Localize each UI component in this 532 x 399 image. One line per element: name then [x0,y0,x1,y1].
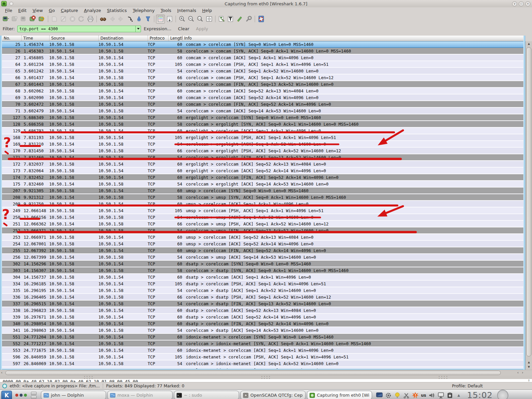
packet-row-129[interactable]: 1295.68679310.50.1.5810.50.1.54TCP60ergo… [2,128,523,134]
packet-row-597[interactable]: 59726.84606910.50.1.5410.50.1.58TCP54cor… [2,360,523,367]
expert-info-icon[interactable] [2,384,7,388]
packet-row-70[interactable]: 703.60247210.50.1.5810.50.1.54TCP60comca… [2,101,523,108]
menu-help[interactable]: Help [199,8,215,13]
zoom-100-icon[interactable]: 1:1 [196,15,204,24]
packet-row-253[interactable]: 25312.06697110.50.1.5810.50.1.54TCP60ums… [2,234,523,241]
display-settings-icon[interactable] [438,392,444,399]
menu-edit[interactable]: Edit [15,8,30,13]
panel-expand-icon[interactable]: ▲ [456,392,462,399]
profile-text[interactable]: Profile: Default [452,383,483,388]
packet-row-65[interactable]: 653.60124210.50.1.5410.50.1.58TCP54corel… [2,68,523,74]
pager-dot-red[interactable] [15,394,18,397]
packet-row-171[interactable]: 1717.83146010.50.1.5410.50.1.58TCP54core… [2,154,523,161]
packet-row-302[interactable]: 30214.15629610.50.1.5810.50.1.54TCP60dsa… [2,261,523,267]
packet-row-337[interactable]: 33716.29651510.50.1.5410.50.1.58TCP54cor… [2,301,523,307]
klipper-icon[interactable] [447,392,453,399]
clear-button[interactable]: Clear [178,26,189,31]
list-interfaces-icon[interactable] [1,15,10,24]
alert-icon[interactable]: ! [412,392,419,399]
packet-row-168[interactable]: 1687.83119310.50.1.5810.50.1.54TCP105erg… [2,134,523,141]
desktop-session-icon[interactable] [376,392,383,399]
vertical-scrollbar[interactable]: ▲ ▲ ▼ [525,41,532,370]
packet-row-336[interactable]: 33616.29640510.50.1.5410.50.1.58TCP66cor… [2,294,523,301]
task-button-moxa-dolphin[interactable]: moxa — Dolphin [107,391,173,399]
preferences-icon[interactable] [244,15,253,24]
column-header-row[interactable]: No.TimeSourceDestinationProtocoLengthInf… [2,36,523,41]
filter-dropdown-icon[interactable] [135,26,141,32]
packet-row-254[interactable]: 25412.06700110.50.1.5810.50.1.54TCP60ums… [2,241,523,247]
menu-file[interactable]: File [2,8,15,13]
zoom-out-icon[interactable] [187,15,196,24]
packet-row-26[interactable]: 261.45638310.50.1.5410.50.1.58TCP58corel… [2,48,523,55]
pane-splitter[interactable]: ∙∙∙∙∙∙∙∙ ∙∙∙∙∙∙∙∙ ∙∙∙∙∙∙∙∙ [0,376,532,379]
open-file-icon[interactable] [50,15,59,24]
close-file-icon[interactable] [68,15,77,24]
packet-row-170[interactable]: 1707.83145010.50.1.5410.50.1.58TCP66core… [2,148,523,154]
menu-tools[interactable]: Tools [158,8,174,13]
keyboard-layout-indicator[interactable]: us [421,393,426,398]
packet-row-256[interactable]: 25612.06739910.50.1.5410.50.1.58TCP54cor… [2,254,523,261]
task-button-sudo[interactable]: >_~ : sudo [174,391,239,399]
zoom-in-icon[interactable] [178,15,187,24]
capture-restart-icon[interactable] [37,15,46,24]
pager-widget[interactable] [15,394,27,397]
task-button-john-dolphin[interactable]: john — Dolphin [41,391,106,399]
packet-row-68[interactable]: 683.60206210.50.1.5810.50.1.54TCP60comca… [2,88,523,94]
reload-icon[interactable] [77,15,86,24]
menu-analyze[interactable]: Analyze [81,8,104,13]
capture-start-icon[interactable] [19,15,28,24]
packet-list[interactable]: 251.45637410.50.1.5810.50.1.54TCP60comca… [2,41,523,369]
go-back-icon[interactable] [107,15,116,24]
coloring-rules-icon[interactable] [235,15,244,24]
task-button-capturing-from-eth0-wireshark-1[interactable]: Capturing from eth0 [Wireshark 1 [307,391,372,399]
column-header-time[interactable]: Time [21,36,49,41]
pager-dot-blue[interactable] [20,394,23,397]
expression-button[interactable]: Expression... [144,26,171,31]
filter-combobox[interactable]: tcp.port == 4300 [17,26,141,32]
packet-row-69[interactable]: 693.60209010.50.1.5810.50.1.54TCP60comca… [2,94,523,101]
packet-row-209[interactable]: 2099.92175010.50.1.5810.50.1.54TCP60umsp… [2,201,523,207]
capture-stop-icon[interactable] [28,15,37,24]
packet-row-596[interactable]: 59626.84605910.50.1.5810.50.1.54TCP105id… [2,354,523,360]
packet-row-172[interactable]: 1727.83203710.50.1.5810.50.1.54TCP60ergo… [2,161,523,168]
save-as-icon[interactable] [59,15,68,24]
go-to-last-icon[interactable] [143,15,152,24]
pager-dot-green[interactable] [24,394,27,397]
capture-options-icon[interactable] [10,15,19,24]
find-packet-icon[interactable] [98,15,107,24]
packet-row-340[interactable]: 34016.29805410.50.1.5810.50.1.54TCP60dsa… [2,321,523,327]
packet-row-304[interactable]: 30414.15673710.50.1.5810.50.1.54TCP60dsa… [2,274,523,281]
capture-filter-icon[interactable] [217,15,226,24]
column-header-destination[interactable]: Destination [98,36,148,41]
packet-row-551[interactable]: 55124.77120410.50.1.5810.50.1.54TCP60ido… [2,334,523,340]
packet-row-341[interactable]: 34116.29806310.50.1.5410.50.1.58TCP54cor… [2,327,523,334]
hex-dump-pane-clipped[interactable]: 0000 00 0a 40 62 10 02 00 0a 40 62 10 01… [0,379,532,382]
column-header-no[interactable]: No. [2,36,21,41]
go-forward-icon[interactable] [116,15,125,24]
packet-row-128[interactable]: 1285.68635810.50.1.5410.50.1.58TCP58core… [2,121,523,128]
packet-row-64[interactable]: 643.60123410.50.1.5810.50.1.54TCP105comc… [2,61,523,68]
packet-row-250[interactable]: 25012.06615610.50.1.5410.50.1.58TCP54cor… [2,214,523,221]
packet-row-553[interactable]: 55324.77167510.50.1.5810.50.1.54TCP60ido… [2,347,523,354]
horizontal-scrollbar[interactable]: ‹ ‹ › [0,370,532,376]
apply-button[interactable]: Apply [196,26,208,31]
volume-icon[interactable] [429,392,435,399]
kde-menu-button[interactable]: K [1,391,12,399]
packet-row-173[interactable]: 1737.83206410.50.1.5810.50.1.54TCP60ergo… [2,168,523,174]
gear-icon[interactable] [385,392,392,399]
packet-row-169[interactable]: 1697.83121010.50.1.5410.50.1.58TCP54core… [2,141,523,148]
go-to-packet-icon[interactable] [125,15,134,24]
menu-internals[interactable]: Internals [174,8,199,13]
column-header-protoco[interactable]: Protoco [148,36,168,41]
menu-telephony[interactable]: Telephony [130,8,158,13]
packet-row-303[interactable]: 30314.15630710.50.1.5410.50.1.58TCP58cor… [2,267,523,274]
scroll-right-icon[interactable]: › [522,370,523,375]
window-titlebar[interactable]: Capturing from eth0 [Wireshark 1.6.7] ∨ … [0,0,532,7]
scroll-left2-icon[interactable]: ‹ [517,370,519,375]
column-header-length[interactable]: Length [168,36,182,41]
scissors-icon[interactable] [403,392,410,399]
help-icon[interactable] [257,15,266,24]
packet-row-251[interactable]: 25112.06636210.50.1.5410.50.1.58TCP66cor… [2,221,523,227]
packet-row-207[interactable]: 2079.92130510.50.1.5810.50.1.54TCP60umsp… [2,188,523,194]
packet-row-338[interactable]: 33816.29682310.50.1.5810.50.1.54TCP60dsa… [2,307,523,314]
